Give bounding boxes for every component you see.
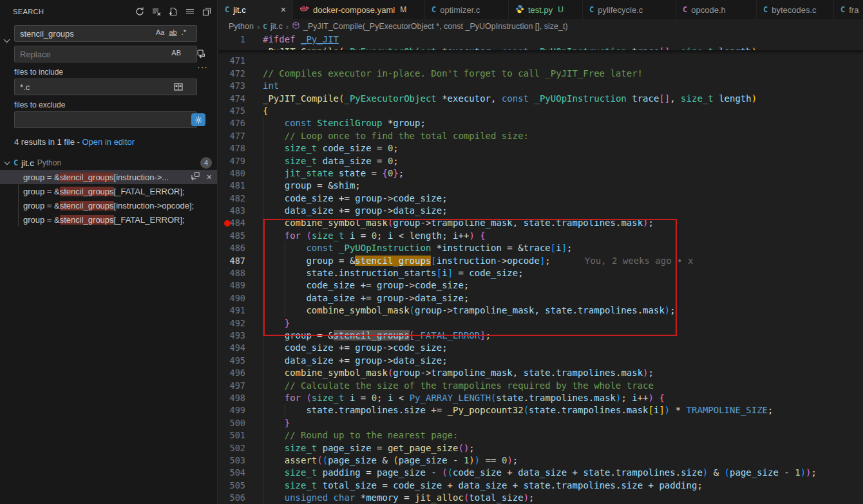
code-line[interactable]: 480 jit_state state = {0}; bbox=[218, 167, 863, 180]
tab-bytecodes-c[interactable]: C bytecodes.c bbox=[757, 0, 834, 19]
code-line[interactable]: 493 group = &stencil_groups[_FATAL_ERROR… bbox=[218, 330, 863, 342]
tab-clipped[interactable]: C fra bbox=[834, 0, 863, 19]
code-line[interactable]: 479 size_t data_size = 0; bbox=[218, 155, 863, 167]
code-line[interactable]: 478 size_t code_size = 0; bbox=[218, 142, 863, 154]
search-only-open-editors-icon[interactable] bbox=[173, 82, 184, 95]
result-file-row[interactable]: C jit.c Python 4 bbox=[0, 156, 217, 170]
c-file-icon: C bbox=[225, 5, 229, 14]
toggle-search-details-icon[interactable]: ··· bbox=[197, 62, 208, 72]
tab-label: pylifecycle.c bbox=[598, 5, 643, 15]
breadcrumb-item-symbol[interactable]: _PyJIT_Compile(_PyExecutorObject *, cons… bbox=[303, 22, 568, 31]
tab-opcode-h[interactable]: C opcode.h bbox=[676, 0, 757, 19]
code-line[interactable]: 503 assert((page_size & (page_size - 1))… bbox=[218, 454, 863, 467]
replace-match-icon[interactable] bbox=[191, 171, 200, 183]
code-line[interactable]: 498 for (size_t i = 0; i < Py_ARRAY_LENG… bbox=[218, 392, 863, 404]
line-number: 478 bbox=[218, 142, 245, 154]
tab-bar: C jit.c × docker-compose.yaml M C optimi… bbox=[218, 0, 863, 19]
code-editor[interactable]: 471472// Compiles executor in-place. Don… bbox=[218, 55, 863, 504]
line-number: 503 bbox=[218, 454, 245, 467]
code-line[interactable]: 491 combine_symbol_mask(group->trampolin… bbox=[218, 304, 863, 317]
code-line[interactable]: 501 // Round up to the nearest page: bbox=[218, 429, 863, 442]
code-line[interactable]: 474_PyJIT_Compile(_PyExecutorObject *exe… bbox=[218, 93, 863, 105]
line-number: 481 bbox=[218, 180, 245, 192]
code-line[interactable]: 488 state.instruction_starts[i] = code_s… bbox=[218, 267, 863, 279]
code-line[interactable]: 484 combine_symbol_mask(group->trampolin… bbox=[218, 217, 863, 229]
result-match-highlight: stencil_groups bbox=[60, 173, 114, 182]
code-line[interactable]: 495 data_size += group->data_size; bbox=[218, 355, 863, 367]
search-result-item[interactable]: group = &stencil_groups[instruction->opc… bbox=[0, 198, 217, 212]
code-line[interactable]: 496 combine_symbol_mask(group->trampolin… bbox=[218, 367, 863, 379]
preserve-case-icon[interactable]: AB bbox=[171, 49, 181, 57]
close-icon[interactable]: × bbox=[276, 5, 286, 15]
tab-docker-compose[interactable]: docker-compose.yaml M bbox=[293, 0, 425, 19]
code-line[interactable]: 490 data_size += group->data_size; bbox=[218, 292, 863, 304]
view-as-list-icon[interactable] bbox=[185, 6, 195, 17]
open-in-editor-link[interactable]: Open in editor bbox=[82, 137, 135, 147]
collapse-all-icon[interactable] bbox=[202, 6, 212, 17]
code-line[interactable]: 500 } bbox=[218, 417, 863, 429]
chevron-down-icon[interactable] bbox=[5, 160, 10, 165]
code-line[interactable]: 502 size_t page_size = get_page_size(); bbox=[218, 442, 863, 454]
code-line[interactable]: 476 const StencilGroup *group; bbox=[218, 117, 863, 129]
files-to-include-input[interactable] bbox=[14, 79, 197, 95]
code-line[interactable]: 485 for (size_t i = 0; i < length; i++) … bbox=[218, 230, 863, 242]
search-result-item[interactable]: group = &stencil_groups[_FATAL_ERROR]; bbox=[0, 212, 217, 227]
code-line[interactable]: 504 size_t padding = page_size - ((code_… bbox=[218, 467, 863, 479]
replace-input[interactable] bbox=[14, 46, 197, 62]
refresh-icon[interactable] bbox=[135, 6, 145, 17]
code-line[interactable]: 472// Compiles executor in-place. Don't … bbox=[218, 68, 863, 80]
code-line[interactable]: 482 code_size += group->code_size; bbox=[218, 192, 863, 205]
git-blame-annotation: You, 2 weeks ago • x bbox=[551, 255, 694, 267]
open-new-search-editor-icon[interactable] bbox=[168, 6, 178, 17]
tab-optimizer-c[interactable]: C optimizer.c bbox=[425, 0, 509, 19]
line-number: 475 bbox=[218, 105, 245, 117]
code-line[interactable]: 499 state.trampolines.size += _Py_popcou… bbox=[218, 404, 863, 416]
tab-label: fra bbox=[849, 5, 858, 15]
whole-word-icon[interactable]: ab bbox=[169, 28, 176, 36]
code-line[interactable]: 487 group = &stencil_groups[instruction-… bbox=[218, 255, 863, 267]
code-line[interactable]: 475{ bbox=[218, 105, 863, 117]
code-line[interactable]: 477 // Loop once to find the total compi… bbox=[218, 130, 863, 142]
sticky-scroll[interactable]: 1 #ifdef _Py_JIT _PyJIT_Compile(_PyExecu… bbox=[218, 33, 863, 55]
match-case-icon[interactable]: Aa bbox=[156, 28, 164, 36]
line-number: 477 bbox=[218, 130, 245, 142]
line-number: 480 bbox=[218, 167, 245, 180]
line-number: 506 bbox=[218, 492, 245, 504]
use-exclude-settings-icon[interactable] bbox=[191, 113, 205, 126]
tab-pylifecycle-c[interactable]: C pylifecycle.c bbox=[583, 0, 676, 19]
code-line[interactable]: 473int bbox=[218, 80, 863, 92]
result-match-highlight: stencil_groups bbox=[60, 187, 114, 196]
breadcrumb-item-file[interactable]: jit.c bbox=[270, 22, 283, 31]
editor-group: C jit.c × docker-compose.yaml M C optimi… bbox=[218, 0, 863, 504]
code-line[interactable]: 506 unsigned char *memory = jit_alloc(to… bbox=[218, 492, 863, 504]
code-line[interactable]: 492 } bbox=[218, 317, 863, 330]
files-to-exclude-input[interactable] bbox=[14, 111, 197, 128]
code-line[interactable]: 494 code_size += group->code_size; bbox=[218, 342, 863, 354]
search-results-tree: C jit.c Python 4 group = &stencil_groups… bbox=[0, 156, 217, 227]
line-number: 497 bbox=[218, 380, 245, 392]
breadcrumb-item-folder[interactable]: Python bbox=[229, 22, 254, 31]
result-file-name: jit.c bbox=[21, 158, 34, 168]
code-line[interactable]: 497 // Calculate the size of the trampol… bbox=[218, 380, 863, 392]
search-result-item[interactable]: group = &stencil_groups[_FATAL_ERROR]; bbox=[0, 184, 217, 198]
c-file-icon: C bbox=[763, 5, 768, 14]
tab-jit-c[interactable]: C jit.c × bbox=[218, 0, 293, 19]
regex-icon[interactable]: .* bbox=[182, 28, 186, 36]
code-line[interactable]: 505 size_t total_size = code_size + data… bbox=[218, 480, 863, 492]
breadcrumb-separator: › bbox=[257, 22, 260, 32]
code-line[interactable]: 483 data_size += group->data_size; bbox=[218, 205, 863, 217]
replace-all-icon[interactable] bbox=[196, 48, 208, 62]
sticky-line-partial: _PyJIT_Compile(_PyExecutorObject *execut… bbox=[218, 46, 863, 50]
result-count-badge: 4 bbox=[200, 157, 212, 169]
code-line[interactable]: 486 const _PyUOpInstruction *instruction… bbox=[218, 242, 863, 254]
search-result-item[interactable]: group = &stencil_groups[instruction->...… bbox=[0, 170, 217, 184]
line-number: 474 bbox=[218, 93, 245, 105]
code-line[interactable]: 471 bbox=[218, 55, 863, 67]
code-line[interactable]: 489 code_size += group->code_size; bbox=[218, 279, 863, 292]
clear-search-results-icon[interactable] bbox=[151, 6, 162, 17]
tab-test-py[interactable]: test.py U bbox=[509, 0, 583, 19]
code-line[interactable]: 481 group = &shim; bbox=[218, 180, 863, 192]
results-summary: 4 results in 1 file - Open in editor bbox=[14, 137, 217, 147]
dismiss-match-icon[interactable]: × bbox=[207, 172, 212, 182]
python-icon bbox=[515, 5, 524, 15]
